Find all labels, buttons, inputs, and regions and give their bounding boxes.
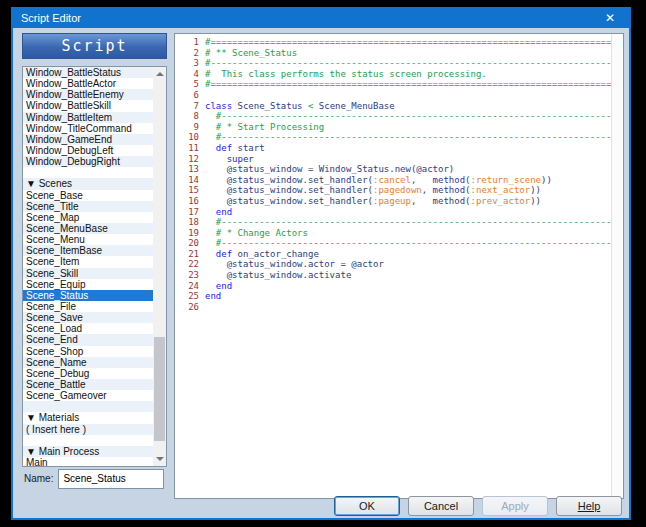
- code-line[interactable]: 23 @status_window.activate: [179, 270, 611, 281]
- script-list-item-label: Scene_Debug: [26, 368, 89, 379]
- code-line[interactable]: 22 @status_window.actor = @actor: [179, 259, 611, 270]
- code-line[interactable]: 11 def start: [179, 143, 611, 154]
- code-line[interactable]: 14 @status_window.set_handler(:cancel, m…: [179, 175, 611, 186]
- line-number: 3: [179, 58, 199, 69]
- code-line[interactable]: 10 #------------------------------------…: [179, 132, 611, 143]
- script-list-item-label: ▼ Scenes: [26, 178, 72, 189]
- apply-button[interactable]: Apply: [482, 496, 548, 516]
- script-list-item[interactable]: Scene_Menu: [23, 234, 153, 245]
- code-line[interactable]: 16 @status_window.set_handler(:pageup, m…: [179, 196, 611, 207]
- script-list-item[interactable]: Scene_MenuBase: [23, 223, 153, 234]
- script-list-item[interactable]: Window_DebugRight: [23, 156, 153, 167]
- script-list-item[interactable]: [23, 435, 153, 446]
- script-list-item[interactable]: ▼ Materials: [23, 412, 153, 423]
- scrollbar-thumb[interactable]: [154, 337, 165, 441]
- code-text: #---------------------------------------…: [205, 238, 611, 248]
- code-text: end: [205, 281, 232, 291]
- code-line[interactable]: 17 end: [179, 207, 611, 218]
- code-editor[interactable]: 1#======================================…: [174, 33, 624, 499]
- script-list-item[interactable]: Scene_Item: [23, 256, 153, 267]
- script-list-header: Script: [22, 33, 167, 59]
- script-name-input[interactable]: [58, 469, 164, 489]
- help-button[interactable]: Help: [556, 496, 622, 516]
- code-line[interactable]: 6: [179, 90, 611, 101]
- line-number: 6: [179, 90, 199, 101]
- ok-button[interactable]: OK: [334, 496, 400, 516]
- script-list-item[interactable]: Scene_File: [23, 301, 153, 312]
- script-list-item-label: Window_BattleSkill: [26, 100, 111, 111]
- script-list-item[interactable]: Scene_Base: [23, 190, 153, 201]
- script-list-item[interactable]: ▼ Scenes: [23, 178, 153, 189]
- code-line[interactable]: 2# ** Scene_Status: [179, 48, 611, 59]
- code-line[interactable]: 3#--------------------------------------…: [179, 58, 611, 69]
- script-list-item[interactable]: Scene_Load: [23, 323, 153, 334]
- code-text: @status_window.set_handler(:pagedown, me…: [205, 185, 541, 195]
- code-line[interactable]: 5#======================================…: [179, 79, 611, 90]
- code-line[interactable]: 12 super: [179, 154, 611, 165]
- code-line[interactable]: 9 # * Start Processing: [179, 122, 611, 133]
- script-list-item[interactable]: Window_BattleSkill: [23, 100, 153, 111]
- script-list-item[interactable]: ▼ Main Process: [23, 446, 153, 457]
- script-list-item[interactable]: Scene_End: [23, 334, 153, 345]
- chevron-down-icon: [156, 457, 164, 461]
- code-line[interactable]: 20 #------------------------------------…: [179, 238, 611, 249]
- script-list-item-selected[interactable]: Scene_Status: [23, 290, 153, 301]
- script-list-item[interactable]: Window_GameEnd: [23, 134, 153, 145]
- script-list-item-label: ▼ Main Process: [26, 446, 99, 457]
- script-list-item[interactable]: Window_TitleCommand: [23, 123, 153, 134]
- script-list-item[interactable]: Scene_Map: [23, 212, 153, 223]
- script-list-item[interactable]: Scene_Name: [23, 357, 153, 368]
- script-list-item[interactable]: Scene_Debug: [23, 368, 153, 379]
- script-list-item[interactable]: Scene_Shop: [23, 346, 153, 357]
- cancel-button[interactable]: Cancel: [408, 496, 474, 516]
- title-bar[interactable]: Script Editor ✕: [11, 7, 631, 28]
- line-number: 22: [179, 259, 199, 270]
- code-lines: 1#======================================…: [175, 37, 611, 498]
- script-list-item[interactable]: Scene_Skill: [23, 268, 153, 279]
- scroll-down-button[interactable]: [153, 452, 166, 466]
- script-list-item[interactable]: Scene_Gameover: [23, 390, 153, 401]
- script-list-scrollbar[interactable]: [153, 67, 166, 466]
- code-line[interactable]: 1#======================================…: [179, 37, 611, 48]
- code-line[interactable]: 7class Scene_Status < Scene_MenuBase: [179, 101, 611, 112]
- code-line[interactable]: 24 end: [179, 281, 611, 292]
- code-line[interactable]: 13 @status_window = Window_Status.new(@a…: [179, 164, 611, 175]
- line-number: 16: [179, 196, 199, 207]
- script-list-item[interactable]: Main: [23, 457, 153, 466]
- script-list-item[interactable]: ( Insert here ): [23, 424, 153, 435]
- code-line[interactable]: 25end: [179, 291, 611, 302]
- code-line[interactable]: 26: [179, 302, 611, 313]
- code-text: def start: [205, 143, 265, 153]
- script-list[interactable]: Window_BattleStatusWindow_BattleActorWin…: [22, 66, 167, 467]
- code-line[interactable]: 21 def on_actor_change: [179, 249, 611, 260]
- script-list-item[interactable]: [23, 401, 153, 412]
- code-line[interactable]: 18 #------------------------------------…: [179, 217, 611, 228]
- code-text: super: [205, 154, 254, 164]
- script-list-item[interactable]: Scene_Title: [23, 201, 153, 212]
- code-text: # ** Scene_Status: [205, 48, 297, 58]
- script-list-item-label: Scene_Title: [26, 201, 78, 212]
- code-text: # * Start Processing: [205, 122, 324, 132]
- script-list-item[interactable]: Scene_Battle: [23, 379, 153, 390]
- close-button[interactable]: ✕: [589, 7, 631, 28]
- close-icon: ✕: [605, 12, 615, 24]
- scrollbar-track[interactable]: [153, 81, 166, 452]
- script-list-item-label: Scene_Status: [26, 290, 88, 301]
- script-list-item[interactable]: Window_BattleStatus: [23, 67, 153, 78]
- code-line[interactable]: 8 #-------------------------------------…: [179, 111, 611, 122]
- script-list-item[interactable]: Scene_Save: [23, 312, 153, 323]
- script-list-item[interactable]: Scene_Equip: [23, 279, 153, 290]
- script-list-item[interactable]: Window_BattleItem: [23, 112, 153, 123]
- code-line[interactable]: 19 # * Change Actors: [179, 228, 611, 239]
- line-number: 23: [179, 270, 199, 281]
- script-list-item[interactable]: [23, 167, 153, 178]
- code-line[interactable]: 4# This class performs the status screen…: [179, 69, 611, 80]
- script-list-item[interactable]: Window_BattleActor: [23, 78, 153, 89]
- script-list-item[interactable]: Window_BattleEnemy: [23, 89, 153, 100]
- code-text: class Scene_Status < Scene_MenuBase: [205, 101, 395, 111]
- script-list-item[interactable]: Scene_ItemBase: [23, 245, 153, 256]
- script-list-item[interactable]: Window_DebugLeft: [23, 145, 153, 156]
- scroll-up-button[interactable]: [153, 67, 166, 81]
- editor-scrollbar[interactable]: [611, 34, 623, 498]
- code-line[interactable]: 15 @status_window.set_handler(:pagedown,…: [179, 185, 611, 196]
